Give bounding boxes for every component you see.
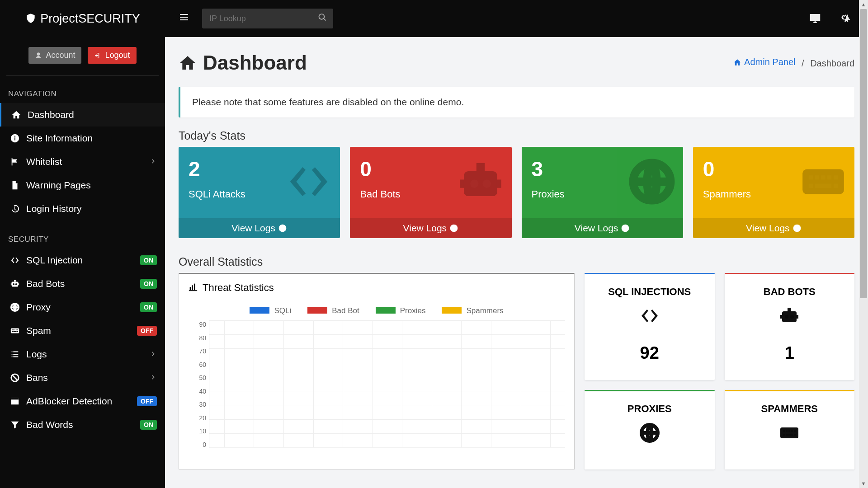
sidebar-item-label: Warning Pages [26, 180, 91, 191]
overall-stats-title: Overall Statistics [179, 255, 854, 268]
chevron-right-icon [150, 158, 157, 165]
arrow-circle-icon [278, 224, 287, 233]
search-icon [318, 13, 327, 22]
scrollbar[interactable]: ▲ ▼ [859, 0, 868, 488]
page-header: Dashboard Admin Panel / Dashboard [179, 52, 854, 74]
sidebar-item-label: Login History [26, 203, 82, 214]
nav-heading-security: SECURITY [0, 230, 165, 249]
sidebar-item-label: Bad Words [26, 419, 73, 430]
threat-stats-heading: Threat Statistics [188, 282, 565, 294]
code-icon [589, 305, 710, 328]
menu-toggle-button[interactable] [179, 12, 189, 26]
overall-card-sql-injections: SQL INJECTIONS 92 [585, 273, 715, 380]
sidebar-item-label: Spam [26, 325, 51, 336]
sidebar-item-label: Bad Bots [26, 278, 65, 289]
account-button[interactable]: Account [28, 47, 81, 64]
search-button[interactable] [318, 13, 327, 24]
gears-icon[interactable] [838, 12, 852, 25]
top-icons [808, 12, 860, 25]
arrow-circle-icon [793, 224, 802, 233]
window-icon [10, 396, 20, 406]
topbar [165, 0, 868, 37]
list-icon [10, 349, 20, 359]
monitor-icon[interactable] [808, 12, 822, 25]
breadcrumb: Admin Panel / Dashboard [733, 57, 854, 69]
main-content: Dashboard Admin Panel / Dashboard Please… [165, 37, 868, 488]
sidebar-item-proxy[interactable]: ProxyON [0, 296, 165, 319]
keyboard-icon [798, 157, 848, 208]
flag-icon [10, 157, 20, 167]
chart-legend: SQLi Bad Bot Proxies Spammers [188, 306, 565, 315]
breadcrumb-admin-link[interactable]: Admin Panel [733, 57, 795, 67]
sidebar-item-label: Site Information [26, 133, 93, 144]
brand-text-b: SECURITY [78, 12, 140, 26]
overall-card-title: BAD BOTS [729, 286, 850, 298]
threat-stats-panel: Threat Statistics SQLi Bad Bot Proxies S… [179, 273, 575, 469]
threat-stats-title: Threat Statistics [203, 282, 274, 294]
status-badge: OFF [137, 326, 157, 336]
logout-label: Logout [105, 51, 130, 60]
sidebar-item-bad-bots[interactable]: Bad BotsON [0, 272, 165, 296]
sidebar-item-bans[interactable]: Bans [0, 366, 165, 389]
sidebar-item-logs[interactable]: Logs [0, 343, 165, 366]
bot-icon [10, 279, 20, 289]
view-logs-proxies[interactable]: View Logs [522, 218, 683, 238]
legend-label: Proxies [400, 306, 426, 315]
sidebar-item-label: Dashboard [28, 109, 74, 120]
history-icon [10, 204, 20, 214]
view-logs-sqli[interactable]: View Logs [179, 218, 340, 238]
overall-card-title: PROXIES [589, 403, 710, 415]
info-icon [10, 133, 20, 143]
logout-button[interactable]: Logout [88, 47, 136, 64]
ip-lookup-input[interactable] [202, 9, 333, 28]
bot-icon [456, 157, 505, 208]
code-icon [10, 255, 20, 265]
sidebar-item-sql-injection[interactable]: SQL InjectionON [0, 249, 165, 272]
overall-card-value: 92 [589, 343, 710, 363]
chart-area: 9080706050403020100 [188, 321, 565, 461]
sidebar-item-label: SQL Injection [26, 255, 83, 266]
bot-icon [729, 305, 850, 328]
overall-card-title: SPAMMERS [729, 403, 850, 415]
view-logs-label: View Logs [403, 223, 447, 233]
view-logs-label: View Logs [231, 223, 275, 233]
view-logs-badbots[interactable]: View Logs [350, 218, 511, 238]
breadcrumb-sep: / [802, 58, 804, 68]
scroll-up-icon[interactable]: ▲ [859, 0, 868, 9]
signout-icon [94, 52, 101, 59]
home-icon [733, 58, 741, 66]
breadcrumb-current: Dashboard [810, 58, 854, 68]
scrollbar-thumb[interactable] [860, 9, 867, 298]
overall-card-title: SQL INJECTIONS [589, 286, 710, 298]
sidebar-item-site-info[interactable]: Site Information [0, 127, 165, 150]
overall-card-spammers: SPAMMERS [725, 390, 855, 470]
page-title: Dashboard [179, 52, 307, 74]
view-logs-label: View Logs [746, 223, 790, 233]
stat-card-sqli: 2 SQLi Attacks View Logs [179, 147, 340, 238]
sidebar-item-spam[interactable]: SpamOFF [0, 319, 165, 343]
scroll-down-icon[interactable]: ▼ [859, 479, 868, 488]
sidebar-item-label: Whitelist [26, 156, 62, 167]
arrow-circle-icon [449, 224, 458, 233]
sidebar-item-login-history[interactable]: Login History [0, 197, 165, 221]
sidebar-item-dashboard[interactable]: Dashboard [0, 103, 165, 127]
sidebar-item-bad-words[interactable]: Bad WordsON [0, 413, 165, 436]
search-wrap [202, 9, 333, 28]
sidebar-item-label: AdBlocker Detection [26, 396, 112, 407]
status-badge: ON [140, 255, 157, 265]
sidebar-item-whitelist[interactable]: Whitelist [0, 150, 165, 174]
sidebar-item-adblocker[interactable]: AdBlocker DetectionOFF [0, 389, 165, 413]
sidebar-item-label: Bans [26, 372, 48, 383]
view-logs-spammers[interactable]: View Logs [693, 218, 854, 238]
breadcrumb-label: Admin Panel [744, 57, 795, 67]
sidebar-item-warning-pages[interactable]: Warning Pages [0, 174, 165, 197]
page-title-text: Dashboard [203, 52, 307, 74]
filter-icon [10, 420, 20, 430]
overall-card-value: 1 [729, 343, 850, 363]
bars-icon [179, 12, 189, 23]
keyboard-icon [10, 326, 20, 336]
status-badge: OFF [137, 396, 157, 406]
chevron-right-icon [150, 350, 157, 357]
legend-label: SQLi [274, 306, 291, 315]
brand-logo[interactable]: Project SECURITY [0, 0, 165, 37]
